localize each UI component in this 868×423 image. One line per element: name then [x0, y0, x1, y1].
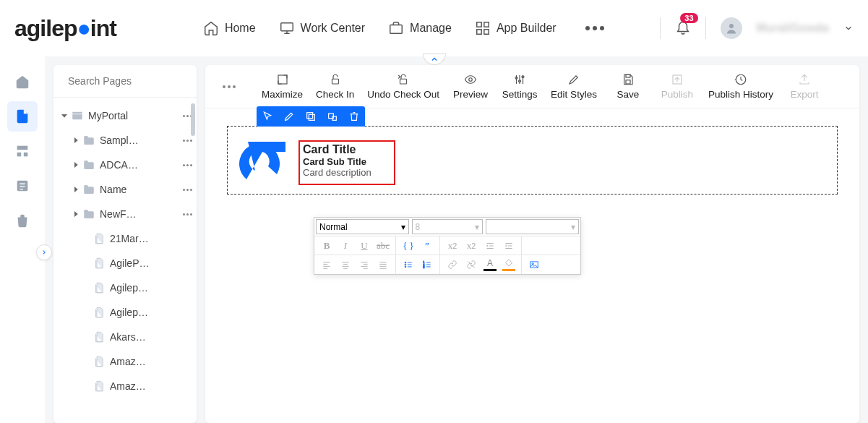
tree-root[interactable]: MyPortal — [53, 103, 197, 128]
rte-align-left[interactable] — [317, 256, 336, 273]
rte-align-center[interactable] — [336, 256, 355, 273]
rte-ul[interactable] — [399, 256, 418, 273]
rte-strike[interactable]: abc — [374, 237, 392, 255]
svg-rect-0 — [280, 23, 293, 31]
tree-folder-label: Name — [100, 184, 179, 195]
scrollbar-thumb[interactable] — [191, 103, 195, 136]
rte-bg-color[interactable] — [499, 256, 518, 273]
chevron-down-icon[interactable] — [843, 23, 854, 33]
cursor-icon — [262, 111, 273, 122]
rte-italic[interactable]: I — [336, 237, 355, 255]
tree-page[interactable]: Amaz… — [53, 374, 197, 398]
tree-page[interactable]: AgileP… — [53, 251, 197, 275]
tree-page[interactable]: Akars… — [53, 325, 197, 349]
tree-more-button[interactable] — [179, 213, 197, 215]
tool-publishhistory[interactable]: Publish History — [708, 73, 773, 100]
page-icon — [93, 281, 106, 294]
widget-select-parent[interactable] — [257, 106, 278, 127]
rail-list[interactable] — [7, 171, 38, 201]
tool-preview[interactable]: Preview — [452, 73, 489, 100]
rail-home[interactable] — [7, 67, 38, 97]
design-canvas[interactable]: Card Title Card Sub Title Card descripti… — [205, 108, 859, 423]
svg-rect-26 — [626, 80, 630, 84]
tree-page-label: AgileP… — [110, 257, 197, 269]
nav-more-button[interactable] — [580, 20, 610, 36]
tree-page[interactable]: Amaz… — [53, 349, 197, 374]
rte-unlink[interactable] — [462, 256, 481, 273]
rte-align-justify[interactable] — [374, 256, 392, 273]
page-icon — [14, 108, 30, 124]
nav-home[interactable]: Home — [203, 20, 256, 36]
rte-underline[interactable]: U — [355, 237, 374, 255]
user-avatar[interactable] — [721, 17, 742, 39]
trash-icon — [14, 213, 30, 228]
rte-format-select[interactable]: Normal▾ — [316, 219, 409, 234]
tree-more-button[interactable] — [179, 189, 197, 191]
rte-align-right[interactable] — [355, 256, 374, 273]
tool-save[interactable]: Save — [610, 73, 646, 100]
nav-manage-label: Manage — [410, 22, 452, 35]
align-left-icon — [322, 260, 332, 270]
chevron-down-icon: ▾ — [571, 222, 575, 232]
nav-manage[interactable]: Manage — [388, 20, 452, 36]
widget-edit[interactable] — [278, 106, 300, 127]
folder-icon — [82, 134, 95, 147]
rte-indent[interactable] — [481, 237, 499, 255]
tool-undocheckout[interactable]: Undo Check Out — [367, 73, 439, 100]
tree-page[interactable]: Agilep… — [53, 300, 197, 325]
nav-appbuilder[interactable]: App Builder — [475, 20, 557, 36]
rail-pages[interactable] — [7, 101, 38, 132]
rte-code[interactable]: { } — [399, 237, 418, 255]
rte-fontsize-select[interactable]: 8▾ — [412, 219, 484, 234]
tree-folder[interactable]: NewF… — [53, 202, 197, 226]
copy-icon — [305, 111, 317, 122]
lock-open-icon — [329, 73, 342, 86]
toolbar-more-button[interactable] — [218, 81, 240, 93]
tool-checkin[interactable]: Check In — [316, 73, 354, 100]
rte-subscript[interactable]: x2 — [462, 237, 481, 255]
tool-editstyles[interactable]: Edit Styles — [551, 73, 597, 100]
home-icon — [203, 20, 219, 36]
tree-more-button[interactable] — [179, 164, 197, 166]
lock-undo-icon — [397, 73, 410, 86]
page-icon — [93, 232, 106, 245]
rte-ol[interactable]: 123 — [418, 256, 437, 273]
search-input[interactable] — [68, 75, 194, 87]
rail-expand-button[interactable] — [36, 244, 52, 260]
tool-maximize[interactable]: Maximize — [262, 73, 303, 100]
fill-icon — [504, 258, 514, 268]
card-text-block[interactable]: Card Title Card Sub Title Card descripti… — [303, 143, 371, 178]
rail-components[interactable] — [7, 136, 38, 166]
list-ul-icon — [403, 260, 413, 270]
nav-home-label: Home — [225, 22, 256, 35]
tree-folder[interactable]: Sampl… — [53, 128, 197, 153]
rte-outdent[interactable] — [499, 237, 518, 255]
tree-folder[interactable]: Name — [53, 177, 197, 202]
tool-label: Maximize — [262, 89, 303, 100]
tree-page-label: Agilep… — [110, 307, 197, 318]
tree-page[interactable]: Agilep… — [53, 275, 197, 300]
folder-icon — [82, 183, 95, 196]
card-title: Card Title — [303, 143, 371, 156]
rte-text-color[interactable]: A — [481, 256, 499, 273]
rte-bold[interactable]: B — [317, 237, 336, 255]
rte-image[interactable] — [525, 256, 543, 273]
rte-superscript[interactable]: x2 — [443, 237, 462, 255]
caret-right-icon — [71, 135, 81, 145]
rte-link[interactable] — [443, 256, 462, 273]
notifications-button[interactable]: 33 — [675, 19, 691, 38]
card-widget[interactable]: Card Title Card Sub Title Card descripti… — [227, 126, 838, 195]
rte-quote[interactable]: ” — [418, 237, 437, 255]
tree-folder[interactable]: ADCA… — [53, 153, 197, 177]
tool-settings[interactable]: Settings — [502, 73, 538, 100]
nav-workcenter[interactable]: Work Center — [279, 20, 366, 36]
page-icon — [93, 330, 106, 343]
widget-copy[interactable] — [300, 106, 322, 127]
rte-font-select[interactable]: ▾ — [486, 219, 579, 234]
tree-more-button[interactable] — [179, 140, 197, 142]
widget-move[interactable] — [322, 106, 343, 127]
tree-page[interactable]: 21Mar… — [53, 226, 197, 251]
rail-trash[interactable] — [7, 205, 38, 236]
tool-label: Check In — [316, 89, 354, 100]
widget-delete[interactable] — [343, 106, 365, 127]
